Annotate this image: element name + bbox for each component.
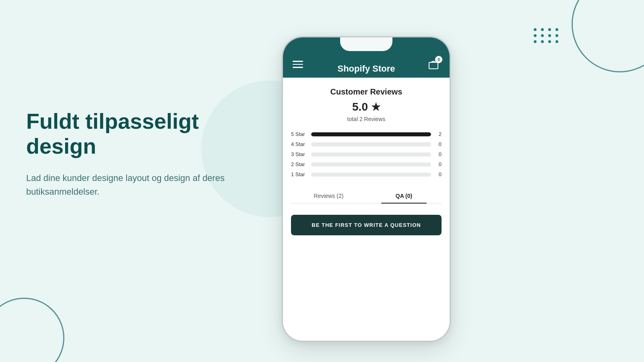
- star-icon: ★: [371, 101, 380, 113]
- bar-fill: [311, 132, 431, 136]
- tabs-row[interactable]: Reviews (2)QA (0): [291, 189, 442, 204]
- star-bar-row: 2 Star0: [291, 161, 442, 167]
- bg-circle-top-right: [572, 0, 644, 72]
- hamburger-icon[interactable]: [293, 61, 303, 68]
- bar-track: [311, 173, 431, 177]
- star-bar-label: 2 Star: [291, 161, 307, 167]
- star-bar-row: 4 Star0: [291, 141, 442, 147]
- phone-frame: Shopify Store 0 Customer Reviews 5.0 ★ t…: [282, 36, 451, 342]
- bar-track: [311, 132, 431, 136]
- reviews-title: Customer Reviews: [291, 87, 442, 97]
- phone-mockup: Shopify Store 0 Customer Reviews 5.0 ★ t…: [282, 36, 451, 342]
- bar-count: 0: [435, 171, 442, 177]
- star-bar-label: 4 Star: [291, 141, 307, 147]
- rating-value: 5.0: [352, 101, 368, 113]
- tab-item[interactable]: Reviews (2): [291, 189, 366, 203]
- main-heading: Fuldt tilpasseligt design: [26, 109, 260, 158]
- star-bars: 5 Star24 Star03 Star02 Star01 Star0: [291, 131, 442, 177]
- cart-badge: 0: [435, 56, 442, 63]
- bar-count: 0: [435, 161, 442, 167]
- bar-count: 2: [435, 131, 442, 137]
- star-bar-row: 1 Star0: [291, 171, 442, 177]
- bar-count: 0: [435, 151, 442, 157]
- star-bar-label: 5 Star: [291, 131, 307, 137]
- bg-circle-bottom-left: [0, 298, 64, 362]
- bar-track: [311, 142, 431, 146]
- store-title: Shopify Store: [337, 64, 395, 74]
- star-bar-row: 3 Star0: [291, 151, 442, 157]
- svg-rect-0: [429, 62, 438, 69]
- phone-content: Customer Reviews 5.0 ★ total 2 Reviews 5…: [283, 78, 450, 341]
- total-reviews: total 2 Reviews: [291, 116, 442, 122]
- bar-track: [311, 152, 431, 156]
- star-bar-label: 3 Star: [291, 151, 307, 157]
- bar-count: 0: [435, 141, 442, 147]
- bar-track: [311, 162, 431, 167]
- star-bar-row: 5 Star2: [291, 131, 442, 137]
- left-section: Fuldt tilpasseligt design Lad dine kunde…: [26, 109, 260, 199]
- sub-text: Lad dine kunder designe layout og design…: [26, 171, 260, 199]
- tab-item[interactable]: QA (0): [366, 189, 442, 203]
- star-bar-label: 1 Star: [291, 171, 307, 177]
- cart-area[interactable]: 0: [427, 58, 440, 73]
- phone-header: Shopify Store 0: [283, 37, 450, 78]
- write-question-button[interactable]: BE THE FIRST TO WRITE A QUESTION: [291, 215, 442, 235]
- rating-row: 5.0 ★: [291, 101, 442, 113]
- dots-decoration: [534, 28, 559, 43]
- notch-cutout: [340, 37, 392, 51]
